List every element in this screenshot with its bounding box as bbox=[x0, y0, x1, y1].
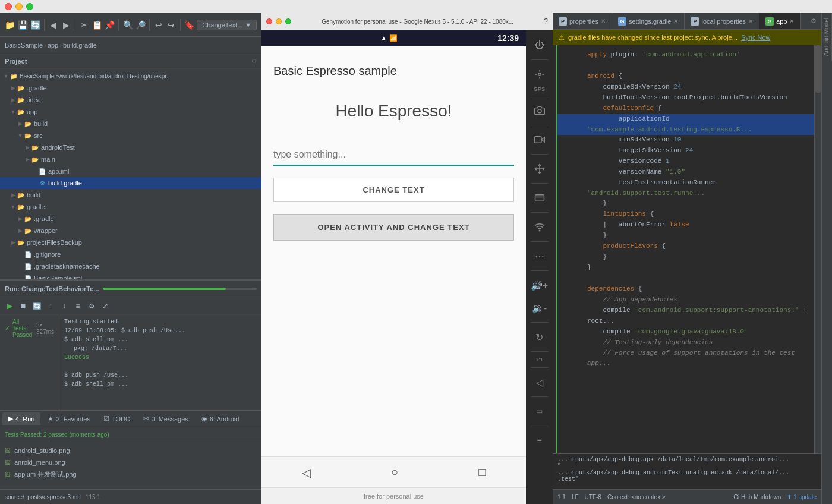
emu-rotate-btn[interactable]: ↻ bbox=[529, 326, 550, 348]
code-line-21: dependencies { bbox=[557, 284, 814, 295]
emu-power-btn[interactable]: ⏻ bbox=[529, 34, 550, 56]
bookmark-icon[interactable]: 🔖 bbox=[184, 18, 194, 32]
emu-sep8 bbox=[531, 270, 549, 271]
open-activity-button[interactable]: OPEN ACTIVITY AND CHANGE TEXT bbox=[273, 214, 514, 241]
tab-local-properties[interactable]: P local.properties ✕ bbox=[685, 13, 759, 29]
breadcrumb-basicSample[interactable]: BasicSample bbox=[5, 42, 43, 49]
file-item-1[interactable]: 🖼 android_studio.png bbox=[5, 445, 257, 456]
sync-now-link[interactable]: Sync Now bbox=[741, 34, 771, 41]
tree-item-idea[interactable]: ▶ 📂 .idea bbox=[0, 94, 261, 106]
emu-close[interactable] bbox=[266, 18, 272, 24]
forward-icon[interactable]: ▶ bbox=[61, 18, 71, 32]
undo-icon[interactable]: ↩ bbox=[153, 18, 163, 32]
tab-favorites[interactable]: ★ 2: Favorites bbox=[42, 412, 96, 425]
run-prev-btn[interactable]: ↑ bbox=[45, 300, 56, 312]
test-result[interactable]: ✓ All Tests Passed 3s 327ms bbox=[2, 317, 56, 339]
tree-item-basiciml[interactable]: ▶ 📄 BasicSample.iml bbox=[0, 272, 261, 279]
tab-messages[interactable]: ✉ 0: Messages bbox=[137, 412, 194, 425]
sep3 bbox=[118, 19, 119, 31]
tree-item-app[interactable]: ▼ 📂 app bbox=[0, 106, 261, 118]
tree-item-projectfilesbackup[interactable]: ▶ 📂 projectFilesBackup bbox=[0, 237, 261, 248]
scroll-thumb[interactable] bbox=[815, 45, 821, 93]
breadcrumb-app[interactable]: app bbox=[48, 42, 58, 49]
tab-todo[interactable]: ☑ TODO bbox=[97, 412, 137, 425]
run-settings-btn[interactable]: ⚙ bbox=[86, 300, 97, 312]
paste-icon[interactable]: 📌 bbox=[105, 18, 115, 32]
emu-gps-btn[interactable] bbox=[529, 64, 550, 85]
emu-movie-btn[interactable] bbox=[529, 129, 550, 150]
run-rerun-btn[interactable]: 🔄 bbox=[31, 300, 43, 312]
file-item-2[interactable]: 🖼 anroid_menu.png bbox=[5, 456, 257, 468]
run-stop-btn[interactable]: ⏹ bbox=[17, 300, 29, 312]
save-icon[interactable]: 💾 bbox=[17, 18, 27, 32]
tree-item-build2[interactable]: ▶ 📂 build bbox=[0, 189, 261, 201]
back-icon[interactable]: ◀ bbox=[48, 18, 58, 32]
tree-item-src[interactable]: ▼ 📂 src bbox=[0, 130, 261, 141]
emu-id-btn[interactable] bbox=[529, 187, 550, 209]
search-icon[interactable]: 🔍 bbox=[122, 18, 133, 32]
back-nav-btn[interactable]: ◁ bbox=[302, 465, 311, 480]
sync-icon[interactable]: 🔄 bbox=[30, 18, 40, 32]
tab-android[interactable]: ◉ 6: Android bbox=[196, 412, 245, 425]
emu-move-btn[interactable] bbox=[529, 158, 550, 179]
sg-close[interactable]: ✕ bbox=[673, 18, 678, 24]
run-config[interactable]: ChangeText... ▼ bbox=[197, 20, 257, 30]
android-model-tab[interactable]: Android Model bbox=[822, 13, 832, 61]
redo-icon[interactable]: ↪ bbox=[166, 18, 177, 32]
minimize-button[interactable] bbox=[15, 3, 23, 10]
emu-vol-down-btn[interactable]: 🔉- bbox=[529, 297, 550, 319]
props-close[interactable]: ✕ bbox=[601, 18, 606, 24]
open-icon[interactable]: 📁 bbox=[5, 18, 15, 32]
emu-rss-btn[interactable] bbox=[529, 216, 550, 238]
tree-item-gitignore[interactable]: ▶ 📄 .gitignore bbox=[0, 248, 261, 260]
code-editor[interactable]: apply plugin: 'com.android.application' … bbox=[557, 45, 814, 453]
emu-help-icon[interactable]: ? bbox=[544, 17, 548, 26]
tab-app-gradle[interactable]: G app ✕ bbox=[759, 13, 801, 29]
tree-item-wrapper[interactable]: ▶ 📂 wrapper bbox=[0, 225, 261, 237]
close-button[interactable] bbox=[5, 3, 12, 10]
tab-settings-gradle[interactable]: G settings.gradle ✕ bbox=[612, 13, 685, 29]
editor-settings-btn[interactable]: ⚙ bbox=[806, 13, 821, 29]
emu-home-nav[interactable]: ▭ bbox=[529, 401, 550, 422]
breadcrumb-buildGradle[interactable]: build.gradle bbox=[63, 42, 97, 49]
emu-vol-up-btn[interactable]: 🔊+ bbox=[529, 275, 550, 296]
run-filter-btn[interactable]: ≡ bbox=[72, 300, 84, 312]
replace-icon[interactable]: 🔎 bbox=[135, 18, 146, 32]
tree-label-gradle2: gradle bbox=[27, 203, 45, 210]
cut-icon[interactable]: ✂ bbox=[79, 18, 89, 32]
project-gear[interactable]: ⚙ bbox=[251, 58, 257, 64]
tree-root[interactable]: ▼ 📁 BasicSample ~/work/test/android/andr… bbox=[0, 70, 261, 82]
emu-camera-btn[interactable] bbox=[529, 100, 550, 121]
editor-lf: LF bbox=[572, 494, 579, 500]
recent-nav-btn[interactable]: □ bbox=[478, 465, 486, 479]
emu-max[interactable] bbox=[285, 18, 291, 24]
change-text-button[interactable]: CHANGE TEXT bbox=[273, 178, 514, 202]
emu-min[interactable] bbox=[276, 18, 282, 24]
tab-properties[interactable]: P properties ✕ bbox=[553, 13, 612, 29]
lp-tab-icon: P bbox=[691, 17, 699, 26]
lp-close[interactable]: ✕ bbox=[748, 18, 753, 24]
run-play-btn[interactable]: ▶ bbox=[4, 300, 15, 312]
app-text-input[interactable] bbox=[273, 144, 514, 166]
app-close[interactable]: ✕ bbox=[789, 18, 794, 24]
tree-item-gradledir[interactable]: ▶ 📂 .gradle bbox=[0, 213, 261, 225]
emu-more-btn[interactable]: ⋯ bbox=[529, 245, 550, 267]
run-expand-btn[interactable]: ⤢ bbox=[99, 300, 111, 312]
run-next-btn[interactable]: ↓ bbox=[58, 300, 70, 312]
emu-back-nav[interactable]: ◁ bbox=[529, 371, 550, 393]
emu-list-nav[interactable]: ≡ bbox=[529, 430, 550, 451]
tab-run[interactable]: ▶ 4: Run bbox=[2, 412, 40, 425]
update-count: 1 update bbox=[793, 494, 817, 500]
tree-item-gradle2[interactable]: ▼ 📂 gradle bbox=[0, 201, 261, 213]
maximize-button[interactable] bbox=[26, 3, 33, 10]
file-item-3[interactable]: 🖼 appium 并发测试.png bbox=[5, 468, 257, 480]
tree-item-androidtest[interactable]: ▶ 📂 androidTest bbox=[0, 141, 261, 153]
tree-item-build[interactable]: ▶ 📂 build bbox=[0, 118, 261, 130]
tree-item-appiml[interactable]: ▶ 📄 app.iml bbox=[0, 165, 261, 177]
tree-item-gradletask[interactable]: ▶ 📄 .gradletasknamecache bbox=[0, 260, 261, 272]
home-nav-btn[interactable]: ○ bbox=[391, 465, 398, 479]
tree-item-buildgradle-app[interactable]: ▶ ⚙ build.gradle bbox=[0, 177, 261, 189]
tree-item-main[interactable]: ▶ 📂 main bbox=[0, 153, 261, 165]
tree-item-gradle[interactable]: ▶ 📂 .gradle bbox=[0, 82, 261, 94]
copy-icon[interactable]: 📋 bbox=[92, 18, 102, 32]
